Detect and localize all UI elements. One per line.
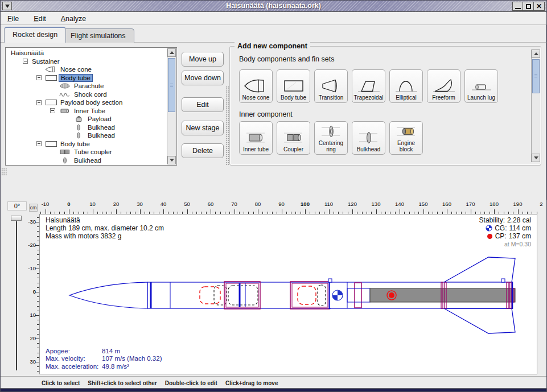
vertical-splitter[interactable] [225, 86, 229, 166]
nose-cone-icon [44, 66, 59, 73]
tree-expander-icon[interactable] [36, 141, 42, 146]
tree-item-body-tube[interactable]: Body tube [6, 140, 176, 148]
add-freeform-button[interactable]: Freeform [427, 69, 460, 103]
add-coupler-button[interactable]: Coupler [277, 121, 310, 155]
add-trapezoidal-button[interactable]: Trapezoidal [352, 69, 385, 103]
scroll-up-button[interactable] [167, 48, 176, 57]
tree-item-sustainer[interactable]: Sustainer [6, 57, 176, 66]
tree-item-haisunäätä[interactable]: Haisunäätä [6, 49, 176, 57]
cg-value: 114 cm [509, 224, 531, 232]
launch-lug-shape[interactable] [328, 279, 332, 282]
tree-item-bulkhead[interactable]: Bulkhead [6, 131, 176, 140]
launch-lug-shape[interactable] [501, 279, 505, 282]
tree-item-body-tube[interactable]: Body tube [6, 74, 176, 82]
elliptical-fin-icon [393, 77, 419, 94]
arrow-down-icon [534, 156, 538, 159]
arrow-up-icon [170, 51, 174, 54]
add-elliptical-button[interactable]: Elliptical [389, 69, 423, 103]
body-tube-icon [44, 99, 59, 106]
scrollbar-thumb[interactable] [532, 59, 540, 93]
tree-item-shock-cord[interactable]: Shock cord [6, 90, 176, 99]
ruler-tick [140, 209, 141, 214]
add-inner-tube-button[interactable]: Inner tube [239, 121, 273, 155]
new-stage-button[interactable]: New stage [182, 121, 224, 135]
tree-item-payload[interactable]: Payload [6, 115, 176, 123]
scrollbar-thumb[interactable] [168, 58, 175, 112]
ruler-tick [305, 209, 306, 214]
body-tube-icon [281, 77, 307, 94]
ruler-tick [116, 209, 117, 214]
title-bar[interactable]: Haisunäätä (haisunaata.ork) ✕ [1, 1, 546, 12]
rotation-slider-track[interactable] [16, 221, 17, 370]
status-hint: Click to select [42, 380, 80, 386]
bulkhead-icon [57, 157, 72, 164]
ruler-label: 170 [463, 201, 478, 207]
delete-button[interactable]: Delete [182, 143, 224, 158]
add-component-panel: Add new component Body components and fi… [229, 46, 541, 166]
horizontal-splitter[interactable] [1, 168, 7, 176]
fin-bottom[interactable] [444, 308, 515, 333]
menu-file[interactable]: File [7, 15, 19, 23]
tree-item-nose-cone[interactable]: Nose cone [6, 65, 176, 74]
tree-item-inner-tube[interactable]: Inner Tube [6, 107, 176, 115]
tab-flight-simulations[interactable]: Flight simulations [62, 28, 134, 43]
tree-item-tube-coupler[interactable]: Tube coupler [6, 148, 176, 156]
nose-cone-shape[interactable] [69, 282, 147, 308]
ruler-tick [258, 209, 258, 214]
tree-item-bulkhead[interactable]: Bulkhead [6, 123, 176, 132]
menu-analyze[interactable]: Analyze [61, 15, 86, 23]
tree-item-payload-body-section[interactable]: Payload body section [6, 98, 176, 107]
ruler-tick [423, 209, 424, 214]
stability-stats: Stability: 2.28 cal CG: 114 cm [479, 216, 531, 248]
scroll-down-button[interactable] [532, 154, 540, 162]
close-button[interactable]: ✕ [534, 2, 545, 11]
add-body-tube-button[interactable]: Body tube [277, 69, 310, 103]
tree-expander-icon[interactable] [36, 75, 42, 80]
ruler-label: 10 [85, 201, 100, 207]
tab-rocket-design[interactable]: Rocket design [4, 27, 66, 43]
rotation-slider-handle[interactable] [11, 216, 22, 221]
add-centering-ring-button[interactable]: Centering ring [314, 121, 348, 155]
tree-expander-icon[interactable] [23, 59, 28, 64]
horizontal-ruler: -100102030405060708090100110120130140150… [36, 201, 543, 214]
flight-stat-row: Max. acceleration:49.8 m/s² [46, 363, 162, 371]
ruler-label: 30 [28, 358, 36, 365]
ruler-label: -10 [38, 201, 53, 207]
add-launch-lug-button[interactable]: Launch lug [464, 69, 498, 103]
minimize-button[interactable] [512, 2, 523, 11]
maximize-button[interactable] [523, 2, 534, 11]
tree-expander-icon[interactable] [36, 100, 42, 105]
move-up-button[interactable]: Move up [182, 52, 224, 67]
add-nose-cone-button[interactable]: Nose cone [239, 69, 273, 103]
component-tree[interactable]: HaisunäätäSustainerNose coneBody tubePar… [5, 47, 177, 166]
add-engine-block-button[interactable]: Engine block [389, 121, 423, 155]
cg-marker [332, 290, 343, 300]
move-down-button[interactable]: Move down [182, 71, 224, 85]
ruler-label: -30 [28, 218, 36, 225]
ruler-label: 70 [227, 201, 242, 207]
scroll-down-button[interactable] [167, 156, 176, 164]
inner-components-row: Inner tubeCouplerCentering ringBulkheadE… [239, 121, 423, 155]
rocket-canvas[interactable]: Haisunäätä Length 189 cm, max. diameter … [39, 214, 537, 374]
add-bulkhead-button[interactable]: Bulkhead [352, 121, 385, 155]
rocket-view-panel: 0° cm -100102030405060708090100110120130… [1, 200, 547, 376]
component-panel-scrollbar[interactable] [531, 49, 540, 162]
tree-item-label: Bulkhead [86, 124, 117, 131]
tree-item-bulkhead[interactable]: Bulkhead [6, 156, 176, 165]
ruler-label: 0 [28, 288, 36, 295]
rocket-info: Haisunäätä Length 189 cm, max. diameter … [46, 216, 164, 240]
tree-scrollbar[interactable] [167, 48, 176, 164]
add-transition-button[interactable]: Transition [314, 69, 348, 103]
scroll-up-button[interactable] [532, 49, 540, 58]
cp-icon [487, 233, 493, 240]
fin-top[interactable] [444, 257, 515, 282]
edit-button[interactable]: Edit [182, 97, 224, 112]
tree-item-parachute[interactable]: Parachute [6, 82, 176, 90]
flight-stat-row: Apogee:814 m [46, 348, 162, 356]
tree-expander-icon[interactable] [50, 108, 55, 113]
menu-edit[interactable]: Edit [34, 15, 46, 23]
maximize-icon [526, 4, 531, 9]
window-controls: ✕ [512, 2, 545, 11]
tree-item-label: Inner Tube [72, 108, 107, 114]
add-component-title: Add new component [235, 42, 310, 50]
